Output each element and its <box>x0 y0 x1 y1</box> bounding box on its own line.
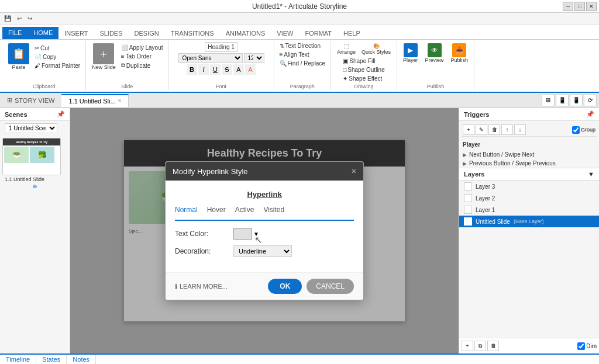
slide-link-icon[interactable]: ⊕ <box>2 183 67 189</box>
text-shadow-button[interactable]: A <box>233 64 244 75</box>
text-direction-button[interactable]: ⇅ Text Direction <box>278 42 327 50</box>
minimize-button[interactable]: ─ <box>563 2 573 11</box>
layer-item-3[interactable]: Layer 3 <box>459 181 599 192</box>
tab-format[interactable]: FORMAT <box>299 27 338 39</box>
paste-button[interactable]: 📋 Paste <box>6 42 32 71</box>
align-text-button[interactable]: ≡ Align Text <box>278 51 327 58</box>
layer-delete-btn[interactable]: 🗑 <box>487 341 499 351</box>
layer-copy-btn[interactable]: ⧉ <box>474 341 486 351</box>
trigger-delete-btn[interactable]: 🗑 <box>488 124 500 135</box>
layers-collapse-icon[interactable]: ▼ <box>588 171 594 178</box>
copy-button[interactable]: 📄 Copy <box>33 53 82 61</box>
layer-1-checkbox[interactable] <box>464 206 472 214</box>
ok-button[interactable]: OK <box>268 279 302 294</box>
restore-button[interactable]: □ <box>574 2 585 11</box>
redo-quick-btn[interactable]: ↪ <box>26 15 34 22</box>
tab-states[interactable]: States <box>36 355 67 364</box>
tab-timeline[interactable]: Timeline <box>0 355 36 364</box>
mobile-view-btn[interactable]: 📱 <box>570 95 583 106</box>
timeline-panel: Timeline States Notes 👁 🔒 👁 🔒 T <box>0 353 599 364</box>
right-panel: Triggers 📌 + ✎ 🗑 ↑ ↓ Group Player ▶ Next… <box>459 108 599 353</box>
duplicate-button[interactable]: ⧉ Duplicate <box>119 61 165 70</box>
tab-design[interactable]: DESIGN <box>129 27 165 39</box>
quick-styles-button[interactable]: 🎨 Quick Styles <box>359 42 393 56</box>
quick-styles-icon: 🎨 <box>373 43 380 49</box>
tab-home[interactable]: HOME <box>27 27 58 39</box>
desktop-view-btn[interactable]: 🖥 <box>542 95 555 106</box>
cut-button[interactable]: ✂ Cut <box>33 44 82 52</box>
underline-button[interactable]: U <box>210 64 221 75</box>
state-tab-visited[interactable]: Visited <box>263 206 284 216</box>
tab-order-button[interactable]: ≡ Tab Order <box>119 53 165 60</box>
layer-3-checkbox[interactable] <box>464 182 472 190</box>
modal-close-button[interactable]: × <box>352 167 356 176</box>
strikethrough-button[interactable]: S <box>222 64 232 75</box>
slide-canvas: Healthy Recipes To Try 🥗 Spic... 🥦 Zesty… <box>70 108 459 353</box>
font-color-button[interactable]: A <box>245 64 256 75</box>
state-tab-hover[interactable]: Hover <box>207 206 226 216</box>
base-layer-checkbox[interactable] <box>464 217 472 226</box>
tab-view[interactable]: VIEW <box>271 27 299 39</box>
slide-thumbnail[interactable]: Healthy Recipes To Try 🥗 🥦 <box>2 138 61 175</box>
layer-item-2[interactable]: Layer 2 <box>459 192 599 204</box>
find-replace-button[interactable]: 🔍 Find / Replace <box>278 60 327 67</box>
story-view-tab[interactable]: ⊞ STORY VIEW <box>0 94 61 106</box>
close-button[interactable]: ✕ <box>586 2 597 11</box>
tab-insert[interactable]: INSERT <box>58 27 94 39</box>
next-button-trigger[interactable]: ▶ Next Button / Swipe Next <box>459 150 599 159</box>
states-row: Normal Hover Active Visited <box>175 206 354 221</box>
layer-item-1[interactable]: Layer 1 <box>459 204 599 216</box>
save-quick-btn[interactable]: 💾 <box>2 15 13 22</box>
heading-button[interactable]: Heading 1 <box>205 42 237 52</box>
tab-file[interactable]: FILE <box>2 27 27 39</box>
color-picker-dropdown[interactable]: ▼ <box>233 228 259 240</box>
triggers-header: Triggers 📌 <box>459 108 599 121</box>
learn-more-link[interactable]: ℹ LEARN MORE... <box>175 283 228 290</box>
decoration-select[interactable]: Underline None Overline Line Through <box>233 245 292 257</box>
cancel-button[interactable]: CANCEL <box>307 279 354 294</box>
modal-body: Hyperlink Normal Hover Active Visited Te… <box>166 181 363 272</box>
bold-button[interactable]: B <box>187 64 197 75</box>
publish-button[interactable]: 📤 Publish <box>449 42 471 64</box>
tab-help[interactable]: HELP <box>338 27 366 39</box>
trigger-group-checkbox[interactable]: Group <box>572 124 595 135</box>
undo-quick-btn[interactable]: ↩ <box>15 15 23 22</box>
tab-notes[interactable]: Notes <box>67 355 96 364</box>
trigger-up-btn[interactable]: ↑ <box>501 124 513 135</box>
arrange-button[interactable]: ⬚ Arrange <box>335 42 358 56</box>
font-size-select[interactable]: 12 <box>244 53 264 63</box>
apply-layout-button[interactable]: ⬜ Apply Layout <box>119 44 165 51</box>
player-button[interactable]: ▶ Player <box>401 42 421 64</box>
group-checkbox-input[interactable] <box>572 126 580 134</box>
italic-button[interactable]: I <box>198 64 209 75</box>
prev-button-trigger[interactable]: ▶ Previous Button / Swipe Previous <box>459 159 599 168</box>
layer-2-checkbox[interactable] <box>464 194 472 202</box>
trigger-edit-btn[interactable]: ✎ <box>476 124 487 135</box>
dim-checkbox-input[interactable] <box>577 342 585 350</box>
tablet-view-btn[interactable]: 📱 <box>556 95 569 106</box>
state-tab-active[interactable]: Active <box>235 206 254 216</box>
new-slide-button[interactable]: ＋ New Slide <box>89 42 118 71</box>
trigger-down-btn[interactable]: ↓ <box>514 124 526 135</box>
scene-select[interactable]: 1 Untitled Scene <box>5 123 57 133</box>
shape-fill-button[interactable]: ▣ Shape Fill <box>341 57 386 65</box>
tab-transitions[interactable]: TRANSITIONS <box>165 27 220 39</box>
base-layer-item[interactable]: Untitled Slide (Base Layer) <box>459 216 599 227</box>
landscape-view-btn[interactable]: ⟳ <box>584 95 597 106</box>
slide-tab-close[interactable]: × <box>118 98 122 104</box>
font-name-select[interactable]: Open Sans <box>178 53 243 63</box>
triggers-pin-icon[interactable]: 📌 <box>586 110 594 118</box>
slide-tab[interactable]: 1.1 Untitled Sli... × <box>61 94 129 107</box>
shape-effect-button[interactable]: ✦ Shape Effect <box>341 75 386 82</box>
shape-outline-button[interactable]: □ Shape Outline <box>341 66 386 74</box>
scenes-pin-icon[interactable]: 📌 <box>57 110 65 118</box>
layer-add-btn[interactable]: + <box>462 341 473 351</box>
tab-animations[interactable]: ANIMATIONS <box>220 27 271 39</box>
preview-button[interactable]: 👁 Preview <box>423 42 446 64</box>
state-tab-normal[interactable]: Normal <box>175 206 198 221</box>
preview-icon: 👁 <box>428 43 442 57</box>
layers-toolbar: + ⧉ 🗑 Dim <box>459 338 599 353</box>
trigger-new-btn[interactable]: + <box>463 124 474 135</box>
tab-slides[interactable]: SLIDES <box>94 27 128 39</box>
format-painter-button[interactable]: 🖌 Format Painter <box>33 62 82 70</box>
